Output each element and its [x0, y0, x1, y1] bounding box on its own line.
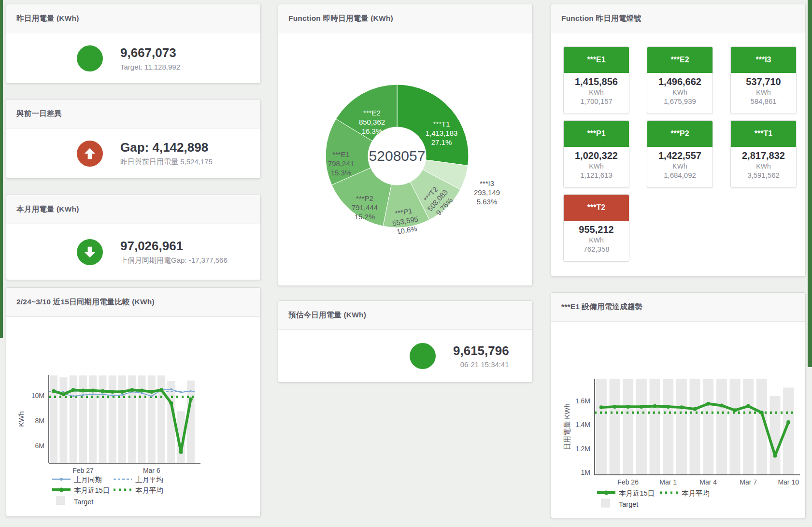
- panel-title[interactable]: 2/24~3/10 近15日同期用電量比較 (KWh): [16, 297, 155, 307]
- data-point: [101, 393, 103, 395]
- data-point: [640, 405, 643, 409]
- legend-item[interactable]: 本月近15日: [52, 486, 110, 494]
- tile-label: ***E1: [564, 47, 629, 73]
- legend-label: 本月近15日: [74, 486, 110, 494]
- target-bar: [703, 379, 713, 475]
- data-point: [151, 395, 153, 397]
- data-point: [773, 454, 777, 457]
- tile-label: ***P2: [647, 121, 712, 147]
- y-tick-label: 1M: [581, 469, 590, 476]
- panel-header: Function 昨日用電燈號: [551, 4, 805, 33]
- y-tick-label: 1.6M: [575, 397, 590, 405]
- target-bar: [99, 375, 106, 463]
- panel-title[interactable]: Function 昨日用電燈號: [561, 14, 641, 24]
- arrow-up-icon: [77, 141, 103, 167]
- panel-header: 2/24~3/10 近15日同期用電量比較 (KWh): [6, 288, 260, 317]
- data-point: [111, 390, 114, 394]
- legend-item[interactable]: 本月平均: [114, 486, 163, 494]
- panel-day-gap: 與前一日差異 Gap: 4,142,898 昨日與前日用電量 5,524,175: [6, 99, 261, 179]
- light-tile: ***T12,817,832KWh3,591,562: [730, 120, 797, 188]
- data-point: [91, 388, 95, 392]
- data-point: [613, 405, 617, 409]
- data-point: [680, 405, 684, 409]
- e1-trend-chart: 1M1.2M1.4M1.6M日用電量 KWhFeb 26Mar 1Mar 4Ma…: [551, 322, 806, 518]
- tile-target: 584,861: [731, 97, 796, 105]
- target-bar: [676, 379, 687, 475]
- data-point: [82, 394, 84, 396]
- panel-title[interactable]: ***E1 設備用電達成趨勢: [561, 302, 642, 312]
- tile-value: 537,710: [731, 76, 796, 87]
- tile-unit: KWh: [647, 162, 712, 170]
- target-bar: [50, 375, 57, 463]
- tile-target: 762,358: [564, 245, 629, 253]
- stat-subtitle: Target: 11,128,992: [120, 63, 180, 71]
- tile-target: 3,591,562: [731, 171, 796, 179]
- data-point: [169, 401, 173, 405]
- data-point: [180, 391, 182, 393]
- panel-title[interactable]: Function 即時日用電量 (KWh): [288, 14, 393, 24]
- legend-item[interactable]: 本月平均: [660, 489, 710, 497]
- x-tick-label: Mar 1: [659, 478, 677, 486]
- legend-label: 本月平均: [682, 489, 710, 497]
- target-bar: [187, 381, 195, 463]
- x-tick-label: Mar 10: [778, 478, 799, 486]
- page-edge-right: [808, 0, 812, 367]
- data-point: [179, 450, 183, 454]
- tile-target: 1,700,157: [564, 97, 629, 105]
- tile-value: 1,020,322: [564, 150, 629, 161]
- data-point: [130, 388, 134, 392]
- data-point: [140, 388, 144, 392]
- stat-value: 9,667,073: [120, 45, 180, 60]
- tile-unit: KWh: [564, 236, 629, 244]
- legend-item[interactable]: 上月同期: [52, 476, 102, 484]
- data-point: [190, 390, 192, 392]
- data-point: [72, 395, 74, 397]
- legend-item[interactable]: 本月近15日: [597, 489, 655, 497]
- panel-title[interactable]: 預估今日用電量 (KWh): [288, 310, 366, 320]
- data-point: [733, 408, 737, 412]
- y-axis-title: KWh: [17, 411, 25, 427]
- target-bar: [596, 379, 607, 475]
- panel-header: Function 即時日用電量 (KWh): [278, 4, 532, 33]
- data-point: [693, 407, 697, 411]
- light-tile: ***P11,020,322KWh1,121,613: [563, 120, 629, 188]
- legend-item[interactable]: Target: [601, 499, 638, 508]
- stat-subtitle: 06-21 15:34:41: [453, 360, 509, 369]
- status-circle-icon: [77, 45, 103, 71]
- target-bar: [148, 375, 156, 463]
- tile-unit: KWh: [564, 162, 629, 170]
- svg-text:***I3293,1495.63%: ***I3293,1495.63%: [474, 179, 500, 206]
- legend-item[interactable]: 上月平均: [114, 476, 163, 484]
- data-point: [52, 389, 56, 393]
- stat-value: Gap: 4,142,898: [120, 140, 213, 155]
- panel-header: ***E1 設備用電達成趨勢: [551, 293, 805, 322]
- data-point: [189, 398, 193, 401]
- tile-value: 1,422,557: [647, 150, 712, 161]
- data-point: [666, 405, 670, 409]
- tile-label: ***I3: [731, 47, 796, 73]
- light-tile: ***P21,422,557KWh1,684,092: [647, 120, 713, 188]
- data-point: [120, 390, 124, 394]
- legend-label: 本月平均: [135, 486, 163, 494]
- target-bar: [610, 379, 620, 475]
- y-axis-title: 日用電量 KWh: [563, 403, 571, 450]
- panel-month-usage: 本月用電量 (KWh) 97,026,961 上個月同期用電Gap: -17,3…: [6, 195, 261, 280]
- panel-title[interactable]: 與前一日差異: [16, 109, 62, 119]
- status-circle-icon: [410, 343, 436, 369]
- panel-header: 預估今日用電量 (KWh): [278, 301, 532, 330]
- data-point: [599, 405, 603, 409]
- stat-value: 9,615,796: [453, 343, 509, 358]
- legend-label: 本月近15日: [619, 489, 655, 497]
- page-edge-left: [0, 0, 3, 338]
- realtime-usage-donut-chart: ***T11,413,18327.1%***I3293,1495.63%***T…: [278, 33, 533, 285]
- panel-title[interactable]: 本月用電量 (KWh): [16, 204, 79, 214]
- panel-title[interactable]: 昨日用電量 (KWh): [16, 14, 79, 24]
- panel-estimate-today: 預估今日用電量 (KWh) 9,615,796 06-21 15:34:41: [278, 300, 533, 383]
- y-tick-label: 6M: [35, 442, 44, 450]
- target-bar: [770, 396, 781, 475]
- target-bar: [716, 379, 727, 475]
- panel-compare-chart: 2/24~3/10 近15日同期用電量比較 (KWh) 6M8M10MKWhFe…: [6, 287, 261, 517]
- tile-unit: KWh: [564, 88, 629, 96]
- legend-item[interactable]: Target: [57, 497, 93, 506]
- x-tick-label: Mar 4: [699, 478, 717, 486]
